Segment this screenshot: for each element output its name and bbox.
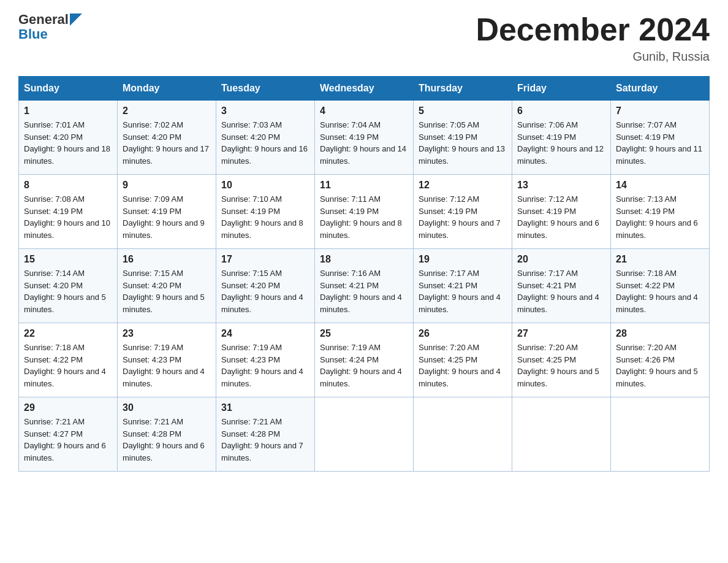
day-number: 8 (24, 180, 112, 191)
calendar-cell: 17 Sunrise: 7:15 AM Sunset: 4:20 PM Dayl… (216, 249, 315, 323)
sunset-label: Sunset: (320, 132, 349, 142)
sunrise-label: Sunrise: (123, 417, 154, 426)
day-number: 13 (517, 180, 605, 191)
day-number: 27 (517, 328, 605, 339)
sunrise-time: 7:17 AM (548, 269, 578, 278)
sunset-time: 4:21 PM (448, 281, 477, 290)
sunset-time: 4:20 PM (251, 281, 280, 290)
day-info: Sunrise: 7:17 AM Sunset: 4:21 PM Dayligh… (419, 267, 507, 315)
calendar-cell: 22 Sunrise: 7:18 AM Sunset: 4:22 PM Dayl… (19, 323, 118, 397)
sunset-label: Sunset: (221, 429, 251, 439)
day-info: Sunrise: 7:17 AM Sunset: 4:21 PM Dayligh… (517, 267, 605, 315)
sunset-label: Sunset: (221, 281, 251, 290)
sunrise-label: Sunrise: (616, 194, 647, 204)
sunrise-label: Sunrise: (221, 120, 252, 129)
header-sunday: Sunday (19, 77, 118, 101)
daylight-label: Daylight: (123, 144, 156, 153)
daylight-label: Daylight: (24, 441, 57, 450)
calendar-week-row: 8 Sunrise: 7:08 AM Sunset: 4:19 PM Dayli… (19, 175, 710, 249)
title-block: December 2024 Gunib, Russia (476, 12, 710, 64)
calendar-cell: 28 Sunrise: 7:20 AM Sunset: 4:26 PM Dayl… (611, 323, 710, 397)
sunrise-label: Sunrise: (123, 269, 154, 278)
sunset-time: 4:25 PM (448, 355, 477, 364)
calendar-cell: 30 Sunrise: 7:21 AM Sunset: 4:28 PM Dayl… (118, 397, 216, 472)
sunset-time: 4:19 PM (547, 207, 576, 216)
sunset-label: Sunset: (517, 355, 547, 364)
day-number: 16 (123, 254, 211, 265)
sunset-time: 4:19 PM (251, 207, 280, 216)
day-info: Sunrise: 7:14 AM Sunset: 4:20 PM Dayligh… (24, 267, 112, 315)
sunrise-time: 7:15 AM (252, 269, 282, 278)
sunset-time: 4:19 PM (645, 207, 675, 216)
sunrise-label: Sunrise: (320, 120, 351, 129)
calendar-cell: 23 Sunrise: 7:19 AM Sunset: 4:23 PM Dayl… (118, 323, 216, 397)
header-wednesday: Wednesday (315, 77, 414, 101)
sunrise-time: 7:03 AM (252, 120, 282, 129)
sunset-time: 4:28 PM (251, 429, 280, 439)
sunset-label: Sunset: (123, 355, 152, 364)
sunrise-label: Sunrise: (616, 120, 647, 129)
sunset-time: 4:19 PM (448, 132, 477, 142)
daylight-label: Daylight: (320, 218, 353, 228)
sunrise-time: 7:05 AM (450, 120, 479, 129)
sunrise-label: Sunrise: (419, 194, 450, 204)
day-number: 20 (517, 254, 605, 265)
sunrise-label: Sunrise: (517, 120, 548, 129)
sunrise-time: 7:12 AM (450, 194, 479, 204)
sunrise-label: Sunrise: (517, 269, 548, 278)
sunset-time: 4:19 PM (448, 207, 477, 216)
daylight-label: Daylight: (616, 218, 649, 228)
sunrise-label: Sunrise: (24, 269, 55, 278)
sunrise-label: Sunrise: (616, 269, 647, 278)
logo-general: General (18, 12, 69, 27)
sunrise-label: Sunrise: (320, 343, 351, 352)
daylight-label: Daylight: (616, 144, 649, 153)
calendar-cell: 7 Sunrise: 7:07 AM Sunset: 4:19 PM Dayli… (611, 101, 710, 175)
month-title: December 2024 (476, 12, 710, 47)
calendar-cell: 29 Sunrise: 7:21 AM Sunset: 4:27 PM Dayl… (19, 397, 118, 472)
calendar-cell: 16 Sunrise: 7:15 AM Sunset: 4:20 PM Dayl… (118, 249, 216, 323)
day-number: 2 (123, 105, 211, 117)
sunrise-label: Sunrise: (221, 343, 252, 352)
sunset-time: 4:20 PM (152, 132, 181, 142)
calendar-cell: 12 Sunrise: 7:12 AM Sunset: 4:19 PM Dayl… (414, 175, 512, 249)
sunset-label: Sunset: (616, 355, 645, 364)
sunset-time: 4:20 PM (152, 281, 181, 290)
day-number: 31 (221, 402, 309, 413)
sunset-time: 4:28 PM (152, 429, 181, 439)
calendar-table: SundayMondayTuesdayWednesdayThursdayFrid… (18, 76, 710, 472)
day-number: 17 (221, 254, 309, 265)
day-info: Sunrise: 7:21 AM Sunset: 4:28 PM Dayligh… (221, 416, 309, 464)
sunrise-time: 7:12 AM (548, 194, 578, 204)
calendar-cell: 20 Sunrise: 7:17 AM Sunset: 4:21 PM Dayl… (512, 249, 611, 323)
daylight-label: Daylight: (419, 218, 452, 228)
daylight-label: Daylight: (320, 144, 353, 153)
day-info: Sunrise: 7:19 AM Sunset: 4:23 PM Dayligh… (123, 342, 211, 389)
calendar-cell: 19 Sunrise: 7:17 AM Sunset: 4:21 PM Dayl… (414, 249, 512, 323)
sunrise-label: Sunrise: (24, 120, 55, 129)
calendar-header-row: SundayMondayTuesdayWednesdayThursdayFrid… (19, 77, 710, 101)
sunrise-label: Sunrise: (517, 343, 548, 352)
sunset-label: Sunset: (24, 355, 53, 364)
day-info: Sunrise: 7:03 AM Sunset: 4:20 PM Dayligh… (221, 119, 309, 167)
sunrise-time: 7:19 AM (252, 343, 282, 352)
sunrise-time: 7:01 AM (55, 120, 85, 129)
daylight-label: Daylight: (123, 441, 156, 450)
calendar-cell (315, 397, 414, 472)
day-info: Sunrise: 7:09 AM Sunset: 4:19 PM Dayligh… (123, 193, 211, 241)
sunset-time: 4:19 PM (349, 207, 379, 216)
sunset-label: Sunset: (320, 281, 349, 290)
sunset-time: 4:19 PM (645, 132, 675, 142)
sunrise-label: Sunrise: (320, 194, 351, 204)
daylight-label: Daylight: (517, 293, 550, 302)
sunrise-label: Sunrise: (123, 194, 154, 204)
header-saturday: Saturday (611, 77, 710, 101)
calendar-cell: 6 Sunrise: 7:06 AM Sunset: 4:19 PM Dayli… (512, 101, 611, 175)
sunrise-label: Sunrise: (221, 417, 252, 426)
day-info: Sunrise: 7:19 AM Sunset: 4:24 PM Dayligh… (320, 342, 408, 389)
day-info: Sunrise: 7:08 AM Sunset: 4:19 PM Dayligh… (24, 193, 112, 241)
calendar-cell (611, 397, 710, 472)
daylight-label: Daylight: (221, 293, 254, 302)
day-number: 3 (221, 105, 309, 117)
sunrise-label: Sunrise: (419, 269, 450, 278)
